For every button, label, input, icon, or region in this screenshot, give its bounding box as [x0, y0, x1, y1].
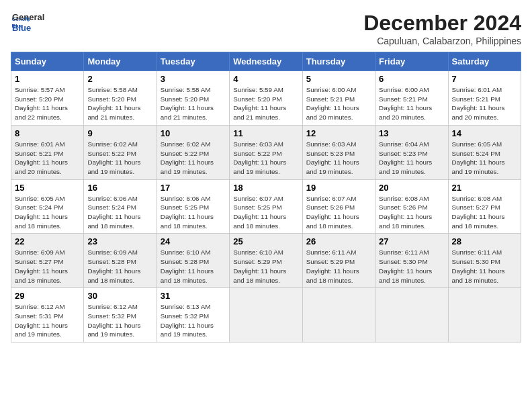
day-number: 7 — [452, 74, 517, 84]
header-cell-friday: Friday — [375, 52, 448, 71]
day-info: Sunrise: 6:09 AM Sunset: 5:27 PM Dayligh… — [15, 248, 80, 285]
header-cell-monday: Monday — [84, 52, 157, 71]
day-number: 8 — [15, 128, 80, 138]
calendar-cell — [375, 288, 448, 342]
calendar-cell: 14Sunrise: 6:05 AM Sunset: 5:24 PM Dayli… — [448, 125, 521, 179]
calendar-body: 1Sunrise: 5:57 AM Sunset: 5:20 PM Daylig… — [11, 71, 521, 342]
day-info: Sunrise: 6:10 AM Sunset: 5:29 PM Dayligh… — [233, 248, 298, 285]
day-number: 6 — [379, 74, 444, 84]
day-info: Sunrise: 6:05 AM Sunset: 5:24 PM Dayligh… — [452, 140, 517, 177]
calendar-cell: 4Sunrise: 5:59 AM Sunset: 5:20 PM Daylig… — [230, 71, 302, 126]
calendar-week-3: 15Sunrise: 6:05 AM Sunset: 5:24 PM Dayli… — [11, 179, 521, 234]
day-info: Sunrise: 6:00 AM Sunset: 5:21 PM Dayligh… — [306, 85, 371, 122]
day-info: Sunrise: 6:11 AM Sunset: 5:30 PM Dayligh… — [379, 248, 444, 285]
day-number: 13 — [379, 128, 444, 138]
calendar-cell — [448, 288, 521, 342]
calendar-cell: 15Sunrise: 6:05 AM Sunset: 5:24 PM Dayli… — [11, 179, 84, 234]
calendar-cell: 26Sunrise: 6:11 AM Sunset: 5:29 PM Dayli… — [302, 234, 375, 288]
calendar-cell: 3Sunrise: 5:58 AM Sunset: 5:20 PM Daylig… — [157, 71, 229, 126]
calendar-cell: 20Sunrise: 6:08 AM Sunset: 5:26 PM Dayli… — [375, 179, 448, 234]
logo-line2: Blue — [12, 23, 44, 34]
day-info: Sunrise: 6:12 AM Sunset: 5:32 PM Dayligh… — [87, 302, 152, 339]
day-number: 9 — [87, 128, 152, 138]
calendar-cell: 2Sunrise: 5:58 AM Sunset: 5:20 PM Daylig… — [84, 71, 157, 126]
calendar-week-5: 29Sunrise: 6:12 AM Sunset: 5:31 PM Dayli… — [11, 288, 521, 342]
day-number: 22 — [15, 236, 80, 246]
day-number: 17 — [161, 183, 226, 193]
day-number: 23 — [87, 236, 152, 246]
logo: General Blue General Blue — [11, 11, 44, 33]
header-cell-sunday: Sunday — [11, 52, 84, 71]
day-info: Sunrise: 6:10 AM Sunset: 5:28 PM Dayligh… — [161, 248, 226, 285]
header-cell-wednesday: Wednesday — [230, 52, 302, 71]
day-info: Sunrise: 6:08 AM Sunset: 5:26 PM Dayligh… — [379, 194, 444, 231]
day-number: 15 — [15, 183, 80, 193]
day-number: 20 — [379, 183, 444, 193]
calendar-title: December 2024 — [363, 11, 521, 36]
calendar-subtitle: Capuluan, Calabarzon, Philippines — [363, 36, 521, 46]
day-number: 26 — [306, 236, 371, 246]
day-info: Sunrise: 6:12 AM Sunset: 5:31 PM Dayligh… — [15, 302, 80, 339]
day-number: 14 — [452, 128, 517, 138]
logo-line1: General — [12, 12, 44, 23]
calendar-cell: 1Sunrise: 5:57 AM Sunset: 5:20 PM Daylig… — [11, 71, 84, 126]
day-number: 11 — [233, 128, 298, 138]
day-number: 12 — [306, 128, 371, 138]
day-info: Sunrise: 6:01 AM Sunset: 5:21 PM Dayligh… — [15, 140, 80, 177]
calendar-cell: 29Sunrise: 6:12 AM Sunset: 5:31 PM Dayli… — [11, 288, 84, 342]
calendar-cell: 6Sunrise: 6:00 AM Sunset: 5:21 PM Daylig… — [375, 71, 448, 126]
day-number: 18 — [233, 183, 298, 193]
day-info: Sunrise: 6:13 AM Sunset: 5:32 PM Dayligh… — [161, 302, 226, 339]
title-block: December 2024 Capuluan, Calabarzon, Phil… — [363, 11, 521, 46]
calendar-week-1: 1Sunrise: 5:57 AM Sunset: 5:20 PM Daylig… — [11, 71, 521, 126]
day-info: Sunrise: 6:06 AM Sunset: 5:25 PM Dayligh… — [161, 194, 226, 231]
day-info: Sunrise: 6:08 AM Sunset: 5:27 PM Dayligh… — [452, 194, 517, 231]
day-info: Sunrise: 6:03 AM Sunset: 5:22 PM Dayligh… — [233, 140, 298, 177]
day-number: 24 — [161, 236, 226, 246]
header-cell-saturday: Saturday — [448, 52, 521, 71]
calendar-cell: 22Sunrise: 6:09 AM Sunset: 5:27 PM Dayli… — [11, 234, 84, 288]
header-row: SundayMondayTuesdayWednesdayThursdayFrid… — [11, 52, 521, 71]
day-info: Sunrise: 5:58 AM Sunset: 5:20 PM Dayligh… — [87, 85, 152, 122]
calendar-cell: 23Sunrise: 6:09 AM Sunset: 5:28 PM Dayli… — [84, 234, 157, 288]
calendar-week-4: 22Sunrise: 6:09 AM Sunset: 5:27 PM Dayli… — [11, 234, 521, 288]
calendar-cell: 13Sunrise: 6:04 AM Sunset: 5:23 PM Dayli… — [375, 125, 448, 179]
day-number: 30 — [87, 291, 152, 301]
day-info: Sunrise: 6:02 AM Sunset: 5:22 PM Dayligh… — [161, 140, 226, 177]
day-number: 1 — [15, 74, 80, 84]
calendar-cell: 16Sunrise: 6:06 AM Sunset: 5:24 PM Dayli… — [84, 179, 157, 234]
calendar-cell — [302, 288, 375, 342]
day-info: Sunrise: 5:58 AM Sunset: 5:20 PM Dayligh… — [161, 85, 226, 122]
header-cell-tuesday: Tuesday — [157, 52, 229, 71]
day-number: 4 — [233, 74, 298, 84]
day-info: Sunrise: 6:07 AM Sunset: 5:26 PM Dayligh… — [306, 194, 371, 231]
calendar-cell: 28Sunrise: 6:11 AM Sunset: 5:30 PM Dayli… — [448, 234, 521, 288]
day-info: Sunrise: 6:09 AM Sunset: 5:28 PM Dayligh… — [87, 248, 152, 285]
calendar-cell: 27Sunrise: 6:11 AM Sunset: 5:30 PM Dayli… — [375, 234, 448, 288]
calendar-cell: 21Sunrise: 6:08 AM Sunset: 5:27 PM Dayli… — [448, 179, 521, 234]
day-info: Sunrise: 6:03 AM Sunset: 5:23 PM Dayligh… — [306, 140, 371, 177]
day-number: 21 — [452, 183, 517, 193]
calendar-table: SundayMondayTuesdayWednesdayThursdayFrid… — [11, 52, 521, 342]
calendar-cell: 9Sunrise: 6:02 AM Sunset: 5:22 PM Daylig… — [84, 125, 157, 179]
day-info: Sunrise: 6:00 AM Sunset: 5:21 PM Dayligh… — [379, 85, 444, 122]
day-number: 3 — [161, 74, 226, 84]
calendar-header: SundayMondayTuesdayWednesdayThursdayFrid… — [11, 52, 521, 71]
calendar-cell: 12Sunrise: 6:03 AM Sunset: 5:23 PM Dayli… — [302, 125, 375, 179]
day-info: Sunrise: 5:59 AM Sunset: 5:20 PM Dayligh… — [233, 85, 298, 122]
day-number: 31 — [161, 291, 226, 301]
day-info: Sunrise: 6:02 AM Sunset: 5:22 PM Dayligh… — [87, 140, 152, 177]
calendar-cell — [230, 288, 302, 342]
calendar-cell: 18Sunrise: 6:07 AM Sunset: 5:25 PM Dayli… — [230, 179, 302, 234]
calendar-cell: 11Sunrise: 6:03 AM Sunset: 5:22 PM Dayli… — [230, 125, 302, 179]
day-info: Sunrise: 6:11 AM Sunset: 5:29 PM Dayligh… — [306, 248, 371, 285]
calendar-cell: 31Sunrise: 6:13 AM Sunset: 5:32 PM Dayli… — [157, 288, 229, 342]
day-info: Sunrise: 6:05 AM Sunset: 5:24 PM Dayligh… — [15, 194, 80, 231]
day-info: Sunrise: 6:04 AM Sunset: 5:23 PM Dayligh… — [379, 140, 444, 177]
day-number: 16 — [87, 183, 152, 193]
day-number: 5 — [306, 74, 371, 84]
day-number: 10 — [161, 128, 226, 138]
day-info: Sunrise: 6:07 AM Sunset: 5:25 PM Dayligh… — [233, 194, 298, 231]
calendar-cell: 17Sunrise: 6:06 AM Sunset: 5:25 PM Dayli… — [157, 179, 229, 234]
day-info: Sunrise: 5:57 AM Sunset: 5:20 PM Dayligh… — [15, 85, 80, 122]
